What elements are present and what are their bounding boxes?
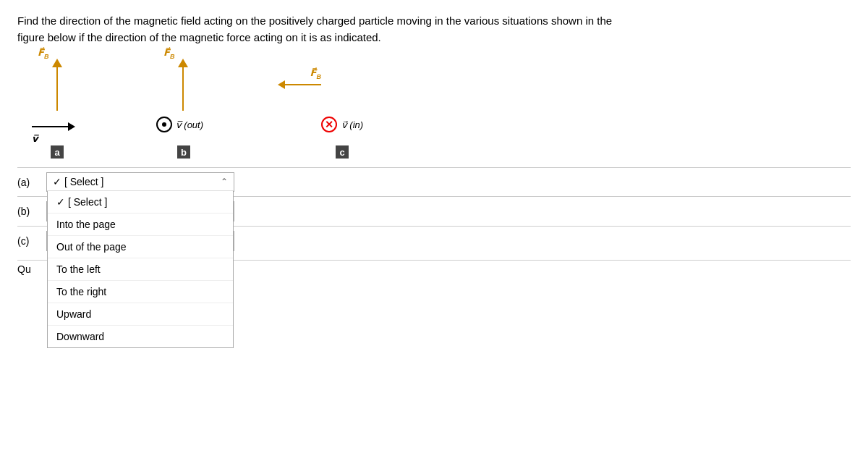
arrow-up-head-b — [178, 59, 188, 67]
option-select-a[interactable]: ✓ [ Select ] — [48, 191, 233, 214]
qu-label: Qu — [17, 263, 31, 275]
fb-arrow-c: F⃗B — [278, 80, 321, 89]
fig-label-a: a — [51, 145, 64, 159]
q-letter-c: (c) — [17, 235, 46, 247]
questions-section: (a) ✓ [ Select ] ⌃ ✓ [ Select ] Into the… — [17, 167, 851, 275]
option-out-of-page-a[interactable]: Out of the page — [48, 236, 233, 258]
fb-arrow-a: F⃗B — [52, 59, 62, 111]
question-text: Find the direction of the magnetic field… — [17, 13, 813, 46]
v-arrow-a: v̅ — [32, 122, 75, 131]
out-of-page-symbol-b — [156, 117, 172, 132]
q-letter-b: (b) — [17, 206, 46, 217]
option-to-the-left-a[interactable]: To the left — [48, 258, 233, 281]
fig-label-b: b — [177, 145, 190, 159]
option-downward-a[interactable]: Downward — [48, 326, 233, 347]
arrow-up-shaft-a — [56, 67, 58, 111]
arrow-left-head-c — [278, 80, 285, 89]
fb-arrow-b: F⃗B — [178, 59, 188, 111]
figure-b: F⃗B v̅ (out) b — [148, 59, 220, 138]
v-into-c: ✕ v⃗ (in) — [321, 117, 363, 132]
dropdown-list-a: ✓ [ Select ] Into the page Out of the pa… — [47, 191, 234, 348]
q-letter-a: (a) — [17, 177, 46, 188]
option-into-page-a[interactable]: Into the page — [48, 214, 233, 236]
arrow-right-head-a — [68, 122, 75, 131]
dropdown-header-a[interactable]: ✓ [ Select ] ⌃ — [47, 173, 234, 191]
arrow-left-shaft-c — [285, 84, 321, 85]
option-upward-a[interactable]: Upward — [48, 303, 233, 326]
arrow-up-shaft-b — [182, 67, 184, 111]
figures-container: F⃗B v̅ a F⃗B v̅ (out) — [25, 59, 851, 138]
figure-a: F⃗B v̅ a — [25, 59, 90, 138]
into-page-symbol-c: ✕ — [321, 117, 337, 132]
fig-label-c: c — [336, 145, 349, 159]
v-out-b: v̅ (out) — [156, 117, 203, 132]
question-row-a: (a) ✓ [ Select ] ⌃ ✓ [ Select ] Into the… — [17, 167, 851, 196]
arrow-right-shaft-a — [32, 126, 68, 127]
option-to-the-right-a[interactable]: To the right — [48, 281, 233, 303]
figure-c: F⃗B ✕ v⃗ (in) c — [278, 59, 393, 138]
arrow-up-head-a — [52, 59, 62, 67]
dropdown-a[interactable]: ✓ [ Select ] ⌃ ✓ [ Select ] Into the pag… — [46, 172, 234, 192]
dropdown-selected-a: ✓ [ Select ] — [53, 176, 103, 187]
chevron-icon-a: ⌃ — [221, 177, 228, 187]
